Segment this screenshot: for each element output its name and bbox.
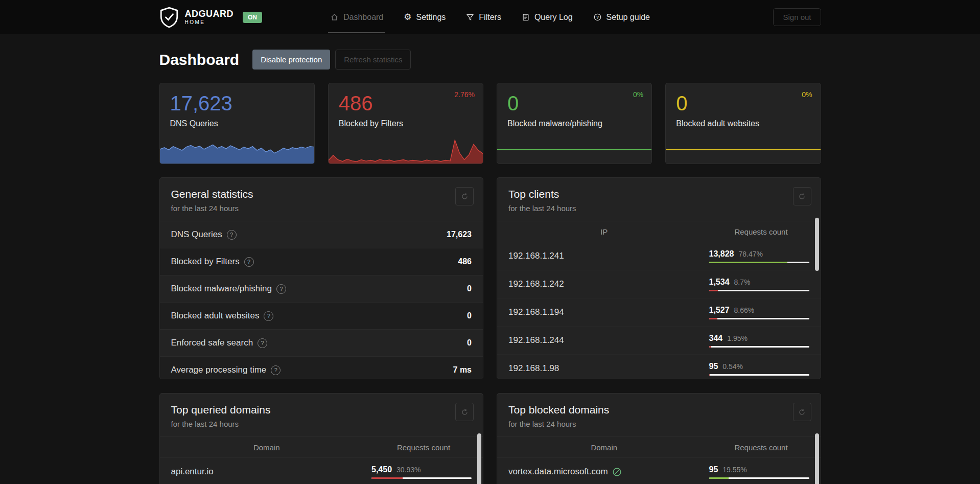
nav-item-label: Filters [479, 13, 501, 22]
stat-row-processing-time: Average processing time? 7 ms [160, 356, 483, 379]
client-ip: 192.168.1.242 [508, 279, 709, 289]
table-row: 192.168.1.241 13,82878.47% [497, 242, 821, 270]
column-header-ip: IP [497, 227, 711, 236]
blocked-adult-value: 0 [676, 93, 810, 114]
help-icon[interactable]: ? [271, 365, 281, 375]
document-log-icon [522, 13, 530, 21]
scrollbar-thumb[interactable] [477, 433, 481, 484]
blocked-malware-percent: 0% [633, 90, 643, 99]
help-circle-icon: ? [593, 13, 602, 21]
scrollbar-thumb[interactable] [815, 218, 819, 271]
table-row: 192.168.1.194 1,5278.66% [497, 298, 821, 327]
blocked-filters-value: 486 [339, 93, 473, 114]
column-header-domain: Domain [497, 443, 711, 452]
general-statistics-card: General statistics for the last 24 hours… [159, 177, 484, 379]
svg-text:?: ? [596, 15, 599, 20]
request-count: 1,527 [709, 306, 730, 315]
blocked-filters-link[interactable]: Blocked by Filters [339, 119, 473, 128]
help-icon[interactable]: ? [244, 257, 254, 267]
stat-row-value: 0 [467, 338, 472, 348]
brand-sub: HOME [185, 20, 234, 25]
dns-queries-sparkline [160, 134, 314, 164]
refresh-icon[interactable] [455, 187, 474, 205]
nav-item-label: Setup guide [606, 13, 650, 22]
top-blocked-domains-card: Top blocked domains for the last 24 hour… [497, 393, 821, 484]
progress-bar [709, 318, 809, 319]
client-ip: 192.168.1.194 [508, 307, 709, 317]
nav-item-label: Query Log [534, 13, 573, 22]
blocked-adult-percent: 0% [802, 90, 812, 99]
request-count: 95 [709, 465, 718, 474]
request-percent: 8.7% [734, 278, 751, 286]
sign-out-button[interactable]: Sign out [773, 8, 821, 26]
request-percent: 30.93% [396, 466, 421, 474]
nav-item-filters[interactable]: Filters [466, 9, 501, 26]
main-nav: Dashboard ⚙ Settings Filters Query Log [323, 9, 658, 26]
stat-row-label: Average processing time [171, 365, 267, 375]
nav-item-setup-guide[interactable]: ? Setup guide [593, 9, 650, 26]
disable-protection-button[interactable]: Disable protection [252, 50, 330, 70]
stat-row-value: 17,623 [447, 230, 472, 239]
nav-item-label: Settings [416, 13, 446, 22]
top-queried-title: Top queried domains [171, 404, 472, 416]
help-icon[interactable]: ? [276, 284, 286, 294]
blocked-service-icon [612, 467, 622, 477]
blocked-malware-flatline [497, 149, 651, 150]
scrollbar-thumb[interactable] [815, 433, 819, 484]
progress-bar [709, 290, 809, 291]
request-percent: 1.95% [727, 334, 748, 342]
client-ip: 192.168.1.241 [508, 251, 709, 261]
column-header-requests-count: Requests count [711, 227, 821, 236]
refresh-statistics-button[interactable]: Refresh statistics [335, 50, 411, 70]
column-header-requests-count: Requests count [711, 443, 821, 452]
request-percent: 0.54% [722, 362, 743, 371]
blocked-adult-label: Blocked adult websites [676, 119, 810, 128]
refresh-icon[interactable] [793, 403, 811, 421]
client-ip: 192.168.1.98 [508, 363, 709, 374]
brand: ADGUARD HOME ON [159, 7, 323, 28]
column-header-requests-count: Requests count [374, 443, 483, 452]
dashboard-icon [330, 13, 339, 21]
filter-funnel-icon [466, 13, 474, 21]
table-row: 192.168.1.244 3441.95% [497, 327, 821, 355]
table-row: api.entur.io 5,45030.93% [160, 458, 483, 484]
request-percent: 8.66% [734, 306, 755, 314]
top-header: ADGUARD HOME ON Dashboard ⚙ Settings Fil… [0, 0, 980, 34]
stat-row-label: DNS Queries [171, 229, 222, 240]
stat-card-blocked-filters: 486 Blocked by Filters 2.76% [328, 83, 483, 164]
request-count: 1,534 [709, 278, 730, 287]
request-count: 5,450 [371, 465, 392, 474]
page-title: Dashboard [159, 51, 240, 68]
blocked-filters-sparkline [329, 134, 483, 164]
table-row: vortex.data.microsoft.com 9519.55% [497, 458, 821, 484]
help-icon[interactable]: ? [258, 338, 267, 348]
main-content: Dashboard Disable protection Refresh sta… [159, 50, 821, 484]
request-percent: 78.47% [738, 250, 762, 258]
stat-row-value: 486 [458, 257, 472, 266]
stat-row-label: Blocked by Filters [171, 257, 240, 267]
stat-row-label: Blocked malware/phishing [171, 284, 272, 294]
stat-row-blocked-adult: Blocked adult websites? 0 [160, 302, 483, 329]
refresh-icon[interactable] [793, 187, 811, 205]
stat-row-value: 0 [467, 311, 472, 320]
progress-bar [709, 374, 809, 376]
general-statistics-subtitle: for the last 24 hours [171, 204, 472, 213]
refresh-icon[interactable] [455, 403, 474, 421]
queried-domain: api.entur.io [171, 467, 372, 477]
help-icon[interactable]: ? [264, 311, 273, 321]
stat-row-label: Blocked adult websites [171, 311, 260, 321]
nav-item-query-log[interactable]: Query Log [522, 9, 573, 26]
progress-bar [709, 262, 809, 263]
nav-item-dashboard[interactable]: Dashboard [330, 9, 383, 26]
stat-row-value: 0 [467, 284, 472, 293]
request-percent: 19.55% [722, 466, 746, 474]
help-icon[interactable]: ? [227, 230, 237, 240]
blocked-adult-flatline [666, 149, 820, 150]
stat-row-dns-queries: DNS Queries? 17,623 [160, 221, 483, 248]
stat-card-blocked-adult: 0 Blocked adult websites 0% [665, 83, 821, 164]
progress-bar [709, 477, 809, 479]
nav-item-settings[interactable]: ⚙ Settings [404, 9, 446, 26]
client-ip: 192.168.1.244 [508, 335, 709, 345]
protection-status-badge: ON [243, 12, 262, 23]
blocked-domain: vortex.data.microsoft.com [508, 467, 608, 477]
